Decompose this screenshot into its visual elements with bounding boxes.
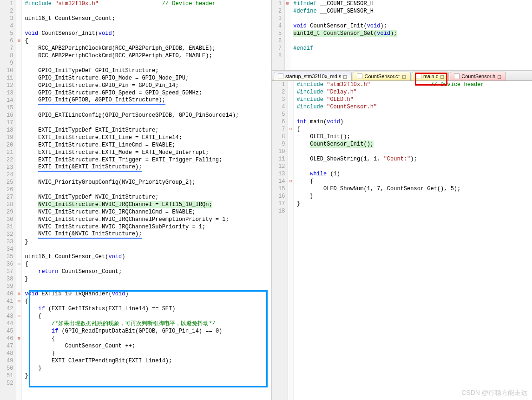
right-bottom-gutter: 123456789101112131415161718 <box>272 81 288 400</box>
file-icon <box>278 73 283 79</box>
left-code-area[interactable]: #include "stm32f10x.h" // Device headeru… <box>22 0 271 400</box>
tab-countsensor-c-[interactable]: CountSensor.c*⊡ <box>353 72 410 80</box>
left-editor[interactable]: 1234567891011121314151617181920212223242… <box>0 0 271 400</box>
right-bottom-fold-column[interactable]: ⊟⊟ <box>288 81 294 400</box>
tab-main-c[interactable]: main.c⊡ <box>412 72 449 80</box>
tab-countsensor-h[interactable]: CountSensor.h⊡ <box>450 72 506 80</box>
right-bottom-editor[interactable]: 123456789101112131415161718 ⊟⊟ #include … <box>272 81 532 400</box>
tab-startup-stm32f10x-md-s[interactable]: startup_stm32f10x_md.s⊡ <box>274 72 352 80</box>
file-icon <box>416 73 421 79</box>
right-top-editor[interactable]: 12345678 ⊟ #ifndef __COUNT_SENSOR_H#defi… <box>272 0 532 71</box>
close-icon[interactable]: ⊡ <box>402 74 407 79</box>
left-fold-column[interactable]: ⊟⊟⊟⊟⊟⊟ <box>16 0 22 400</box>
close-icon[interactable]: ⊡ <box>343 74 348 79</box>
tab-label: main.c <box>423 73 438 79</box>
right-top-code-area[interactable]: #ifndef __COUNT_SENSOR_H#define __COUNT_… <box>290 0 532 70</box>
close-icon[interactable]: ⊡ <box>440 74 445 79</box>
file-icon <box>454 73 460 79</box>
tab-label: CountSensor.h <box>461 73 495 79</box>
right-top-fold-column[interactable]: ⊟ <box>285 0 290 70</box>
left-gutter: 1234567891011121314151617181920212223242… <box>0 0 16 400</box>
left-editor-pane: 1234567891011121314151617181920212223242… <box>0 0 272 400</box>
close-icon[interactable]: ⊡ <box>497 74 502 79</box>
right-bottom-code-area[interactable]: #include "stm32f10x.h" // Device header#… <box>294 81 532 400</box>
right-top-gutter: 12345678 <box>272 0 285 70</box>
file-icon <box>357 73 362 79</box>
right-pane: 12345678 ⊟ #ifndef __COUNT_SENSOR_H#defi… <box>272 0 532 400</box>
watermark: CSDN @行稳方能走远 <box>461 389 527 397</box>
editor-tabs: startup_stm32f10x_md.s⊡CountSensor.c*⊡ma… <box>272 71 532 81</box>
tab-label: startup_stm32f10x_md.s <box>285 73 341 79</box>
tab-label: CountSensor.c* <box>364 73 400 79</box>
